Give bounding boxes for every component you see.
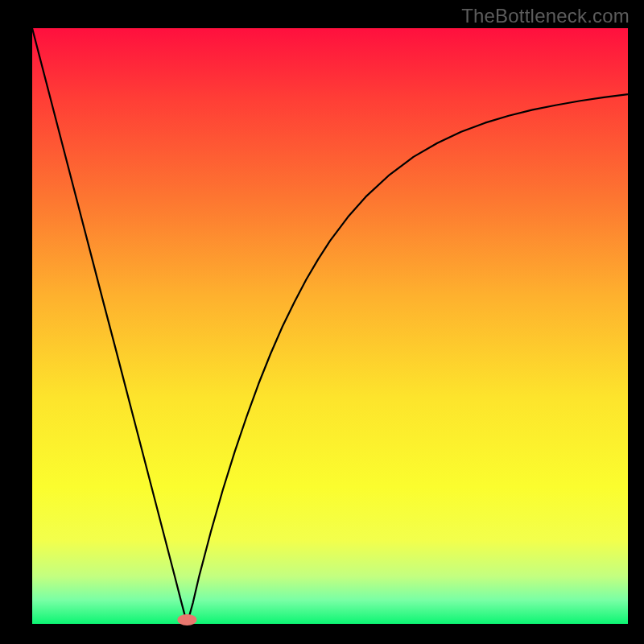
chart-frame: TheBottleneck.com: [0, 0, 644, 644]
chart-svg: [0, 0, 644, 644]
plot-background: [32, 28, 628, 624]
optimum-marker: [177, 614, 196, 625]
watermark-text: TheBottleneck.com: [461, 5, 630, 27]
